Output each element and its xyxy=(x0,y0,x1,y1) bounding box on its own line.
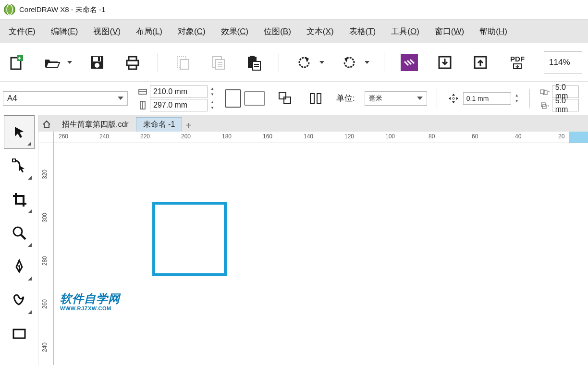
ruler-vertical[interactable]: 320 300 280 260 240 xyxy=(38,143,54,365)
watermark-url: WWW.RJZXW.COM xyxy=(60,305,111,311)
new-file-button[interactable] xyxy=(6,52,27,73)
shape-tool[interactable] xyxy=(4,149,35,183)
export-button[interactable] xyxy=(470,52,491,73)
spinner-down[interactable]: ▼ xyxy=(209,105,215,111)
snap-button[interactable] xyxy=(399,52,420,73)
dup-y-icon xyxy=(539,100,550,110)
height-icon xyxy=(137,100,148,110)
document-area: 招生简章第四版.cdr 未命名 -1 + 260 240 220 200 180… xyxy=(38,115,588,365)
svg-rect-22 xyxy=(284,97,291,104)
svg-rect-24 xyxy=(317,94,321,103)
home-tab[interactable] xyxy=(38,117,55,132)
menu-table[interactable]: 表格(T) xyxy=(349,26,376,37)
tab-file1[interactable]: 招生简章第四版.cdr xyxy=(55,117,136,132)
svg-rect-30 xyxy=(12,159,15,162)
menu-bitmap[interactable]: 位图(B) xyxy=(264,26,291,37)
app-logo-icon xyxy=(4,4,15,15)
chevron-down-icon[interactable] xyxy=(67,61,72,64)
chevron-down-icon[interactable] xyxy=(319,61,324,64)
paste-button[interactable] xyxy=(244,52,265,73)
page-bg-button[interactable] xyxy=(275,88,296,109)
page-size-select[interactable]: A4 xyxy=(3,91,128,106)
chevron-down-icon[interactable] xyxy=(365,61,369,64)
redo-group[interactable] xyxy=(339,52,369,73)
toolbox xyxy=(0,115,38,365)
svg-rect-23 xyxy=(310,94,314,103)
watermark-text: 软件自学网 xyxy=(60,291,120,306)
pick-tool[interactable] xyxy=(4,115,35,149)
rectangle-tool[interactable] xyxy=(4,317,35,351)
svg-rect-27 xyxy=(543,91,547,95)
pen-tool[interactable] xyxy=(4,250,35,283)
tab-file2[interactable]: 未命名 -1 xyxy=(136,117,183,132)
menubar: 文件(F) 编辑(E) 视图(V) 布局(L) 对象(C) 效果(C) 位图(B… xyxy=(0,19,588,43)
menu-view[interactable]: 视图(V) xyxy=(93,26,121,37)
drawn-rectangle[interactable] xyxy=(152,202,227,276)
landscape-button[interactable] xyxy=(244,91,265,106)
undo-group[interactable] xyxy=(294,52,324,73)
spinner-up[interactable]: ▲ xyxy=(514,93,520,98)
unit-select[interactable]: 毫米 xyxy=(365,91,427,106)
page-height-input[interactable]: 297.0 mm xyxy=(150,99,208,111)
copy-button xyxy=(208,52,229,73)
menu-object[interactable]: 对象(C) xyxy=(178,26,206,37)
title-text: CorelDRAW X8 - 未命名 -1 xyxy=(19,5,106,14)
open-file-button[interactable] xyxy=(41,52,62,73)
svg-point-32 xyxy=(18,265,20,267)
svg-rect-6 xyxy=(98,57,100,61)
document-tabs: 招生简章第四版.cdr 未命名 -1 + xyxy=(38,115,588,132)
svg-rect-26 xyxy=(540,90,544,94)
svg-rect-33 xyxy=(13,329,25,338)
page-options-button[interactable] xyxy=(306,88,327,109)
menu-layout[interactable]: 布局(L) xyxy=(136,26,162,37)
nudge-input[interactable]: 0.1 mm xyxy=(463,92,511,105)
spinner-up[interactable]: ▲ xyxy=(209,86,215,92)
publish-pdf-button[interactable]: PDF xyxy=(505,52,529,73)
menu-text[interactable]: 文本(X) xyxy=(306,26,334,37)
open-file-group[interactable] xyxy=(41,52,72,73)
svg-point-0 xyxy=(4,4,15,15)
save-button[interactable] xyxy=(86,52,108,73)
zoom-input[interactable]: 114% xyxy=(544,51,582,73)
dup-y-input[interactable]: 5.0 mm xyxy=(552,99,579,111)
zoom-tool[interactable] xyxy=(4,216,35,250)
menu-effects[interactable]: 效果(C) xyxy=(221,26,249,37)
crop-tool[interactable] xyxy=(4,183,35,216)
add-tab-button[interactable]: + xyxy=(182,119,195,132)
chevron-down-icon xyxy=(417,97,423,100)
svg-point-31 xyxy=(13,227,22,236)
menu-edit[interactable]: 编辑(E) xyxy=(51,26,78,37)
dup-x-icon xyxy=(539,86,550,97)
unit-label: 单位: xyxy=(336,93,355,104)
spinner-down[interactable]: ▼ xyxy=(514,98,520,104)
svg-rect-21 xyxy=(279,92,286,99)
titlebar: CorelDRAW X8 - 未命名 -1 xyxy=(0,0,588,19)
chevron-down-icon xyxy=(118,97,123,100)
menu-help[interactable]: 帮助(H) xyxy=(479,26,507,37)
cut-button xyxy=(172,52,194,73)
portrait-button[interactable] xyxy=(225,89,241,108)
menu-window[interactable]: 窗口(W) xyxy=(435,26,464,37)
guide-indicator xyxy=(569,132,588,143)
spinner-up[interactable]: ▲ xyxy=(209,99,215,105)
freehand-tool[interactable] xyxy=(4,283,35,317)
page-width-input[interactable]: 210.0 mm xyxy=(150,85,208,98)
undo-button[interactable] xyxy=(294,52,315,73)
spinner-down[interactable]: ▼ xyxy=(209,92,215,98)
svg-rect-9 xyxy=(180,60,189,69)
svg-point-25 xyxy=(453,98,454,99)
svg-rect-13 xyxy=(250,56,255,58)
main-area: 招生简章第四版.cdr 未命名 -1 + 260 240 220 200 180… xyxy=(0,115,588,365)
import-button[interactable] xyxy=(434,52,455,73)
menu-file[interactable]: 文件(F) xyxy=(9,26,36,37)
menu-tools[interactable]: 工具(O) xyxy=(391,26,419,37)
ruler-horizontal[interactable]: 260 240 220 200 180 160 140 120 100 80 6… xyxy=(38,132,588,143)
svg-point-7 xyxy=(95,63,99,68)
nudge-icon xyxy=(447,92,460,105)
property-bar: A4 210.0 mm ▲▼ 297.0 mm ▲▼ 单位: 毫米 0.1 mm… xyxy=(0,82,588,115)
ruler-origin[interactable] xyxy=(38,132,54,143)
canvas[interactable]: 软件自学网 WWW.RJZXW.COM xyxy=(54,143,588,365)
standard-toolbar: PDF 114% xyxy=(0,43,588,82)
redo-button[interactable] xyxy=(339,52,360,73)
print-button[interactable] xyxy=(122,52,143,73)
